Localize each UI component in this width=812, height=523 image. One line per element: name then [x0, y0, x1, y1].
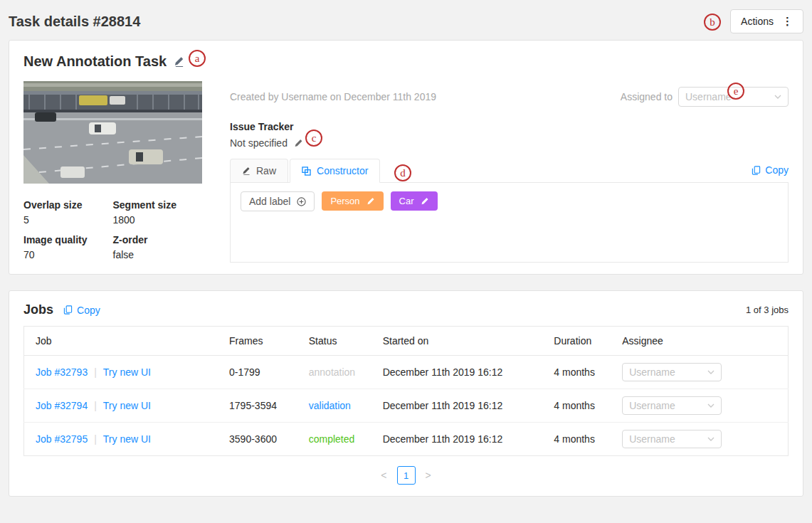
job-assignee-placeholder: Username: [629, 400, 675, 411]
edit-task-name-icon[interactable]: [174, 56, 184, 67]
overlap-size-label: Overlap size: [23, 199, 113, 211]
column-status: Status: [297, 327, 371, 356]
task-left-column: Overlap size 5 Segment size 1800 Image q…: [23, 81, 202, 263]
jobs-table-header-row: Job Frames Status Started on Duration As…: [24, 327, 789, 356]
task-preview-image: [23, 81, 202, 184]
jobs-card: Jobs Copy 1 of 3 jobs Job Frames Status …: [9, 290, 803, 497]
link-separator: |: [94, 400, 97, 411]
assignee-select-placeholder: Username: [685, 91, 732, 102]
job-duration: 4 months: [542, 389, 611, 423]
job-started-on: December 11th 2019 16:12: [371, 389, 543, 423]
job-assignee-placeholder: Username: [629, 366, 675, 378]
traffic-scene-illustration: [23, 81, 202, 184]
task-name: New Annotation Task: [23, 53, 167, 70]
job-status: annotation: [309, 366, 355, 378]
add-label-button-text: Add label: [249, 196, 290, 207]
label-tag-car[interactable]: Car: [391, 191, 438, 211]
jobs-pagination: < 1 >: [23, 466, 789, 485]
tab-constructor-label: Constructor: [317, 165, 368, 176]
job-duration: 4 months: [542, 356, 611, 389]
job-link[interactable]: Job #32793: [36, 366, 88, 378]
jobs-table: Job Frames Status Started on Duration As…: [23, 326, 789, 456]
job-assignee-select[interactable]: Username: [622, 396, 722, 415]
task-parameters: Overlap size 5 Segment size 1800 Image q…: [23, 199, 202, 260]
chevron-down-icon: [707, 403, 715, 408]
pagination-prev-button[interactable]: <: [381, 470, 386, 481]
job-started-on: December 11th 2019 16:12: [371, 356, 543, 389]
edit-issue-tracker-icon[interactable]: [294, 139, 303, 148]
pagination-page-1[interactable]: 1: [397, 466, 416, 485]
actions-button[interactable]: Actions ⋮: [730, 9, 803, 33]
constructor-icon: [302, 167, 311, 176]
job-row: Job #32794|Try new UI 1795-3594 validati…: [24, 389, 789, 423]
labels-tabs: Raw Constructor Copy: [230, 159, 789, 183]
job-row: Job #32795|Try new UI 3590-3600 complete…: [24, 423, 789, 456]
chevron-down-icon: [707, 370, 715, 374]
copy-icon: [63, 305, 73, 315]
column-duration: Duration: [542, 327, 611, 356]
image-quality-value: 70: [23, 249, 113, 260]
job-row: Job #32793|Try new UI 0-1799 annotation …: [24, 356, 789, 389]
try-new-ui-link[interactable]: Try new UI: [103, 366, 151, 378]
created-by-text: Created by Username on December 11th 201…: [230, 91, 436, 102]
job-assignee-select[interactable]: Username: [622, 430, 722, 448]
edit-label-icon[interactable]: [421, 197, 429, 206]
job-assignee-placeholder: Username: [629, 433, 675, 445]
try-new-ui-link[interactable]: Try new UI: [103, 400, 151, 411]
chevron-down-icon: [774, 95, 781, 99]
copy-jobs-link[interactable]: Copy: [63, 305, 100, 316]
jobs-title: Jobs: [23, 302, 53, 317]
copy-jobs-label: Copy: [77, 305, 100, 316]
column-assignee: Assignee: [611, 327, 788, 356]
link-separator: |: [94, 433, 97, 445]
label-tag-car-name: Car: [399, 196, 414, 206]
job-started-on: December 11th 2019 16:12: [371, 423, 543, 456]
job-status: completed: [309, 433, 355, 445]
assigned-to-group: Assigned to Username: [621, 87, 789, 107]
task-right-column: Created by Username on December 11th 201…: [230, 81, 789, 263]
overlap-size-param: Overlap size 5: [23, 199, 113, 226]
issue-tracker-value: Not specified: [230, 137, 288, 149]
job-assignee-select[interactable]: Username: [622, 363, 722, 381]
job-frames: 0-1799: [218, 356, 297, 389]
image-quality-label: Image quality: [23, 234, 113, 245]
tab-raw-label: Raw: [256, 165, 276, 176]
chevron-down-icon: [707, 437, 715, 441]
jobs-count: 1 of 3 jobs: [746, 305, 789, 315]
task-details-card: New Annotation Task: [9, 40, 803, 275]
page-header: Task details #28814 Actions ⋮: [0, 0, 812, 40]
actions-button-label: Actions: [741, 16, 774, 27]
plus-circle-icon: [297, 197, 306, 206]
job-status: validation: [309, 400, 351, 411]
link-separator: |: [94, 366, 97, 378]
add-label-button[interactable]: Add label: [241, 191, 315, 211]
tab-raw[interactable]: Raw: [230, 159, 288, 182]
job-frames: 1795-3594: [218, 389, 297, 423]
segment-size-value: 1800: [113, 214, 203, 226]
segment-size-param: Segment size 1800: [113, 199, 203, 226]
job-link[interactable]: Job #32795: [36, 433, 88, 445]
assignee-select[interactable]: Username: [678, 87, 789, 107]
pagination-next-button[interactable]: >: [426, 470, 431, 481]
tab-constructor[interactable]: Constructor: [290, 159, 380, 183]
constructor-panel: Add label Person Car: [230, 183, 789, 263]
issue-tracker-label: Issue Tracker: [230, 121, 789, 132]
job-frames: 3590-3600: [218, 423, 297, 456]
assigned-to-label: Assigned to: [621, 91, 673, 102]
overlap-size-value: 5: [23, 214, 113, 226]
label-tag-person-name: Person: [330, 196, 359, 206]
label-tag-person[interactable]: Person: [322, 191, 383, 211]
labels-editor: Raw Constructor Copy: [230, 159, 789, 263]
copy-labels-link[interactable]: Copy: [752, 164, 789, 182]
column-started-on: Started on: [371, 327, 543, 356]
z-order-value: false: [113, 249, 203, 260]
column-job: Job: [24, 327, 218, 356]
more-menu-icon: ⋮: [782, 15, 793, 28]
try-new-ui-link[interactable]: Try new UI: [103, 433, 151, 445]
copy-labels-label: Copy: [765, 164, 789, 176]
edit-label-icon[interactable]: [367, 197, 375, 206]
job-link[interactable]: Job #32794: [36, 400, 88, 411]
z-order-label: Z-order: [113, 234, 203, 245]
page-title: Task details #28814: [9, 14, 140, 30]
issue-tracker-section: Issue Tracker Not specified: [230, 121, 789, 149]
